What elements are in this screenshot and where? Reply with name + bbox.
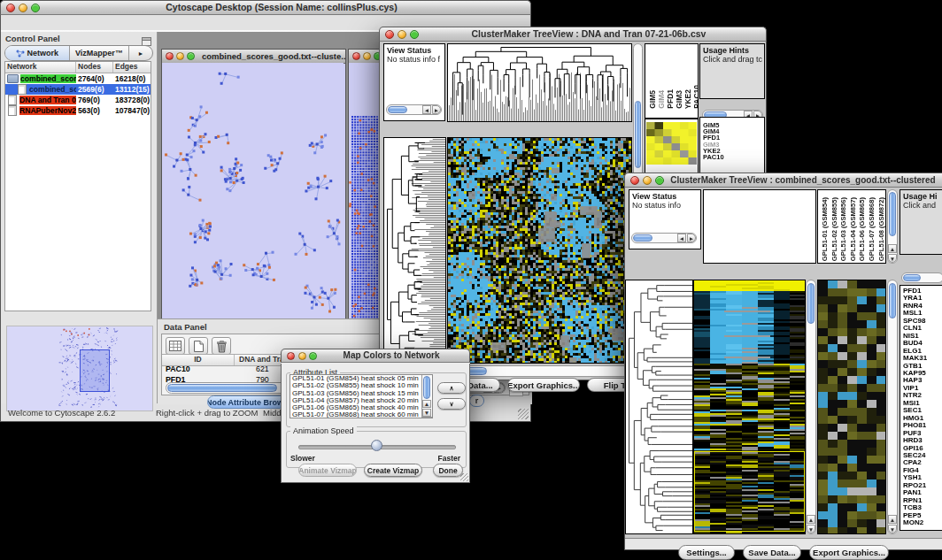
network-view-clusters[interactable] (162, 63, 344, 334)
delete-attribute-trash-icon[interactable] (212, 337, 231, 355)
close-button[interactable] (6, 4, 15, 12)
main-titlebar[interactable]: Cytoscape Desktop (Session Name: collins… (0, 0, 531, 15)
close-button[interactable] (385, 30, 394, 39)
network-doc-icon (18, 84, 27, 95)
create-vizmap-button[interactable]: Create Vizmap (364, 464, 422, 477)
tv2-export-graphics-button[interactable]: Export Graphics... (809, 545, 889, 560)
tv1-usage-hints-panel: Usage Hints Click and drag tc (699, 43, 765, 99)
select-attributes-icon[interactable] (166, 337, 185, 355)
map-colors-dialog: Map Colors to Network Attribute List GPL… (281, 349, 470, 483)
network-row-combined-scores[interactable]: combined_scores 2764(0) 16218(0) (5, 73, 151, 84)
scroll-left-icon[interactable]: ◄ (422, 105, 431, 114)
scroll-up-icon[interactable]: ▲ (888, 515, 897, 524)
scrollbar-thumb[interactable] (388, 106, 407, 113)
close-button[interactable] (166, 52, 174, 60)
tv1-heatmap[interactable] (447, 137, 632, 364)
minimize-button[interactable] (19, 4, 27, 12)
data-panel-title: Data Panel (164, 322, 207, 332)
scrollbar-thumb[interactable] (889, 283, 896, 318)
network-list-header: Network Nodes Edges (5, 62, 151, 73)
folder-icon (7, 74, 19, 83)
tv2-status-scrollbar[interactable]: ◄ ► (631, 233, 697, 243)
zoom-button[interactable] (410, 30, 419, 39)
scrollbar-thumb[interactable] (167, 384, 277, 392)
network-row-dna-tran[interactable]: DNA and Tran 07 769(0) 183728(0) (5, 95, 151, 105)
resize-grip[interactable] (460, 473, 468, 481)
tab-clipped[interactable]: r (469, 395, 484, 407)
done-button[interactable]: Done (433, 464, 463, 477)
scrollbar-thumb[interactable] (807, 283, 815, 324)
status-zoom-hint: Right-click + drag to ZOOM (156, 408, 258, 418)
close-button[interactable] (630, 176, 639, 185)
scroll-up-icon[interactable]: ▲ (807, 515, 815, 524)
tv2-zoom-heatmap[interactable] (817, 280, 886, 534)
minimize-button[interactable] (643, 176, 652, 185)
zoom-button[interactable] (655, 176, 664, 185)
main-window-title: Cytoscape Desktop (Session Name: collins… (40, 1, 523, 14)
network-frame-1: combined_scores_good.txt--cluste... (161, 49, 346, 335)
scrollbar-thumb[interactable] (889, 192, 896, 236)
speed-slider-thumb[interactable] (371, 440, 382, 451)
tab-node-attribute-browser[interactable]: Node Attribute Brows (207, 395, 287, 409)
attribute-list-scrollbar[interactable]: ▲ ▼ (421, 375, 432, 418)
close-button[interactable] (287, 352, 295, 360)
scroll-down-icon[interactable]: ▼ (422, 409, 431, 417)
tv2-heatmap-scrollbar[interactable]: ▲ ▼ (806, 280, 816, 534)
move-down-button[interactable]: ∨ (437, 398, 466, 410)
scroll-up-icon[interactable]: ▲ (422, 400, 431, 408)
tv2-zoom-scrollbar[interactable]: ▲ ▼ (887, 280, 898, 534)
scrollbar-thumb[interactable] (635, 101, 641, 168)
tv1-column-dendrogram[interactable] (447, 43, 632, 122)
tabs-more-button[interactable]: ► (129, 46, 152, 60)
treeview2-titlebar[interactable]: ClusterMaker TreeView : combined_scores_… (624, 173, 942, 188)
minimize-button[interactable] (176, 52, 184, 60)
move-up-button[interactable]: ∧ (437, 382, 466, 394)
tv2-usage-scrollbar[interactable] (901, 272, 942, 283)
animate-vizmap-button[interactable]: Animate Vizmap (298, 464, 357, 477)
tv2-collabel-scrollbar[interactable]: ▲ ▼ (887, 189, 898, 264)
tab-network[interactable]: Network (5, 46, 70, 60)
minimize-button[interactable] (398, 30, 406, 39)
scrollbar-thumb[interactable] (903, 274, 921, 281)
treeview1-titlebar[interactable]: ClusterMaker TreeView : DNA and Tran 07-… (379, 27, 767, 42)
zoom-button[interactable] (309, 352, 317, 360)
network-row-rnapuber[interactable]: RNAPuberNov2+ 563(0) 107847(0) (5, 105, 151, 116)
zoom-button[interactable] (31, 4, 40, 12)
frame1-titlebar[interactable]: combined_scores_good.txt--cluste... (162, 50, 345, 64)
tv2-save-data-button[interactable]: Save Data... (743, 545, 801, 560)
scroll-down-icon[interactable]: ▼ (888, 254, 897, 263)
scroll-left-icon[interactable]: ◄ (677, 234, 686, 242)
main-window-controls (6, 4, 40, 12)
scroll-right-icon[interactable]: ► (687, 234, 696, 242)
tv2-settings-button[interactable]: Settings... (678, 545, 735, 560)
scroll-right-icon[interactable]: ► (432, 105, 441, 114)
tv2-column-dendrogram[interactable] (703, 189, 816, 264)
scroll-down-icon[interactable]: ▼ (888, 525, 897, 533)
zoom-button[interactable] (187, 52, 195, 60)
tv2-gene-labels: PFD1YRA1RNR4MSL1SPC98CLN1NIS1BUD4ELG1MAK… (900, 285, 942, 531)
scrollbar-thumb[interactable] (633, 234, 652, 242)
tv2-heatmap[interactable] (693, 280, 806, 534)
tv2-view-status-label: View Status (629, 190, 700, 201)
close-button[interactable] (352, 52, 360, 60)
network-row-selected[interactable]: combined_sco 2569(6) 13112(15) (5, 84, 151, 95)
tv1-status-scrollbar[interactable]: ◄ ► (386, 104, 442, 115)
scroll-up-icon[interactable]: ▲ (888, 244, 897, 253)
network-overview-panel[interactable] (6, 326, 153, 411)
scrollbar-thumb[interactable] (423, 376, 430, 399)
resize-grip[interactable] (518, 409, 529, 419)
tv1-row-dendrogram[interactable] (383, 137, 446, 364)
faster-label: Faster (437, 454, 460, 463)
tv2-row-dendrogram[interactable] (625, 280, 693, 534)
minimize-button[interactable] (363, 52, 371, 60)
scroll-down-icon[interactable]: ▼ (807, 525, 815, 533)
tv1-export-graphics-button[interactable]: Export Graphics... (507, 378, 580, 392)
tv1-usage-hints-text: Click and drag tc (700, 55, 764, 64)
treeview2-window: ClusterMaker TreeView : combined_scores_… (624, 173, 942, 550)
tv2-usage-hints-panel: Usage Hi Click and (900, 189, 942, 255)
minimize-button[interactable] (298, 352, 306, 360)
new-attribute-icon[interactable] (189, 337, 208, 355)
tv2-usage-hints-label: Usage Hi (900, 190, 942, 201)
tab-vizmapper[interactable]: VizMapper™ (70, 46, 129, 60)
dialog-titlebar[interactable]: Map Colors to Network (281, 349, 470, 363)
